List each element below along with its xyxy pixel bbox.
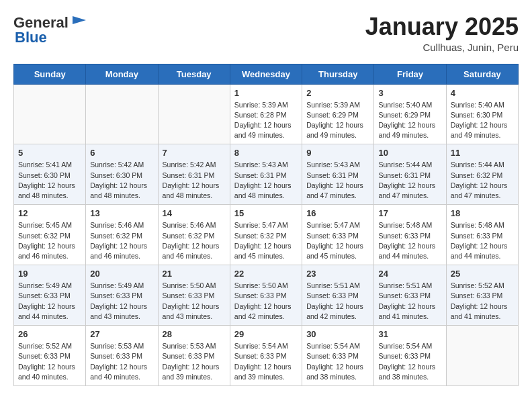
- day-number: 24: [378, 269, 441, 279]
- day-info: Sunrise: 5:40 AMSunset: 6:29 PMDaylight:…: [378, 100, 441, 141]
- day-info: Sunrise: 5:40 AMSunset: 6:30 PMDaylight:…: [451, 100, 514, 141]
- day-number: 16: [306, 208, 369, 218]
- calendar-empty-cell: [86, 84, 158, 144]
- calendar-empty-cell: [14, 84, 86, 144]
- day-number: 1: [234, 88, 298, 98]
- day-info: Sunrise: 5:53 AMSunset: 6:33 PMDaylight:…: [163, 341, 226, 382]
- day-number: 29: [234, 329, 298, 339]
- day-info: Sunrise: 5:53 AMSunset: 6:33 PMDaylight:…: [90, 341, 153, 382]
- calendar-day-cell: 2Sunrise: 5:39 AMSunset: 6:29 PMDaylight…: [302, 84, 374, 144]
- day-info: Sunrise: 5:54 AMSunset: 6:33 PMDaylight:…: [306, 341, 369, 382]
- calendar-day-cell: 8Sunrise: 5:43 AMSunset: 6:31 PMDaylight…: [230, 144, 302, 205]
- title-block: January 2025 Cullhuas, Junin, Peru: [365, 13, 519, 53]
- calendar-week-row: 12Sunrise: 5:45 AMSunset: 6:32 PMDayligh…: [14, 205, 519, 265]
- day-number: 13: [90, 208, 153, 218]
- calendar-day-cell: 3Sunrise: 5:40 AMSunset: 6:29 PMDaylight…: [374, 84, 446, 144]
- day-info: Sunrise: 5:46 AMSunset: 6:32 PMDaylight:…: [163, 220, 226, 261]
- svg-marker-0: [73, 16, 86, 24]
- calendar-day-cell: 16Sunrise: 5:47 AMSunset: 6:33 PMDayligh…: [302, 205, 374, 265]
- day-info: Sunrise: 5:51 AMSunset: 6:33 PMDaylight:…: [378, 281, 441, 322]
- calendar-day-cell: 11Sunrise: 5:44 AMSunset: 6:32 PMDayligh…: [446, 144, 518, 205]
- calendar-day-cell: 14Sunrise: 5:46 AMSunset: 6:32 PMDayligh…: [158, 205, 230, 265]
- calendar-day-cell: 20Sunrise: 5:49 AMSunset: 6:33 PMDayligh…: [86, 265, 158, 326]
- calendar-day-cell: 31Sunrise: 5:54 AMSunset: 6:33 PMDayligh…: [374, 326, 446, 386]
- day-number: 4: [451, 88, 514, 98]
- day-info: Sunrise: 5:49 AMSunset: 6:33 PMDaylight:…: [90, 281, 153, 322]
- day-number: 6: [90, 148, 153, 158]
- calendar-week-row: 5Sunrise: 5:41 AMSunset: 6:30 PMDaylight…: [14, 144, 519, 205]
- calendar-day-cell: 5Sunrise: 5:41 AMSunset: 6:30 PMDaylight…: [14, 144, 86, 205]
- calendar-empty-cell: [446, 326, 518, 386]
- day-number: 22: [234, 269, 298, 279]
- weekday-header-wednesday: Wednesday: [230, 64, 302, 84]
- calendar-day-cell: 29Sunrise: 5:54 AMSunset: 6:33 PMDayligh…: [230, 326, 302, 386]
- day-number: 25: [451, 269, 514, 279]
- logo-blue-text: Blue: [15, 29, 47, 46]
- day-info: Sunrise: 5:39 AMSunset: 6:29 PMDaylight:…: [306, 100, 369, 141]
- day-number: 21: [163, 269, 226, 279]
- day-info: Sunrise: 5:43 AMSunset: 6:31 PMDaylight:…: [234, 160, 298, 201]
- day-info: Sunrise: 5:49 AMSunset: 6:33 PMDaylight:…: [18, 281, 81, 322]
- day-number: 20: [90, 269, 153, 279]
- calendar-day-cell: 1Sunrise: 5:39 AMSunset: 6:28 PMDaylight…: [230, 84, 302, 144]
- page-header: General Blue January 2025 Cullhuas, Juni…: [13, 13, 519, 53]
- day-info: Sunrise: 5:52 AMSunset: 6:33 PMDaylight:…: [18, 341, 81, 382]
- day-info: Sunrise: 5:43 AMSunset: 6:31 PMDaylight:…: [306, 160, 369, 201]
- day-info: Sunrise: 5:54 AMSunset: 6:33 PMDaylight:…: [234, 341, 298, 382]
- calendar-day-cell: 18Sunrise: 5:48 AMSunset: 6:33 PMDayligh…: [446, 205, 518, 265]
- weekday-header-thursday: Thursday: [302, 64, 374, 84]
- day-info: Sunrise: 5:54 AMSunset: 6:33 PMDaylight:…: [378, 341, 441, 382]
- weekday-header-sunday: Sunday: [14, 64, 86, 84]
- day-number: 11: [451, 148, 514, 158]
- day-number: 7: [163, 148, 226, 158]
- weekday-header-row: SundayMondayTuesdayWednesdayThursdayFrid…: [14, 64, 519, 84]
- calendar-day-cell: 12Sunrise: 5:45 AMSunset: 6:32 PMDayligh…: [14, 205, 86, 265]
- calendar-day-cell: 28Sunrise: 5:53 AMSunset: 6:33 PMDayligh…: [158, 326, 230, 386]
- day-number: 3: [378, 88, 441, 98]
- logo: General Blue: [13, 13, 89, 46]
- day-info: Sunrise: 5:45 AMSunset: 6:32 PMDaylight:…: [18, 220, 81, 261]
- day-number: 9: [306, 148, 369, 158]
- calendar-day-cell: 15Sunrise: 5:47 AMSunset: 6:32 PMDayligh…: [230, 205, 302, 265]
- day-info: Sunrise: 5:42 AMSunset: 6:30 PMDaylight:…: [90, 160, 153, 201]
- day-info: Sunrise: 5:41 AMSunset: 6:30 PMDaylight:…: [18, 160, 81, 201]
- month-title: January 2025: [365, 13, 519, 40]
- day-number: 18: [451, 208, 514, 218]
- day-number: 10: [378, 148, 441, 158]
- weekday-header-friday: Friday: [374, 64, 446, 84]
- day-number: 30: [306, 329, 369, 339]
- day-number: 5: [18, 148, 81, 158]
- weekday-header-saturday: Saturday: [446, 64, 518, 84]
- day-info: Sunrise: 5:44 AMSunset: 6:32 PMDaylight:…: [451, 160, 514, 201]
- day-info: Sunrise: 5:50 AMSunset: 6:33 PMDaylight:…: [234, 281, 298, 322]
- logo-flag-icon: [70, 13, 89, 32]
- day-number: 2: [306, 88, 369, 98]
- day-info: Sunrise: 5:48 AMSunset: 6:33 PMDaylight:…: [378, 220, 441, 261]
- day-number: 15: [234, 208, 298, 218]
- calendar-day-cell: 19Sunrise: 5:49 AMSunset: 6:33 PMDayligh…: [14, 265, 86, 326]
- calendar-day-cell: 23Sunrise: 5:51 AMSunset: 6:33 PMDayligh…: [302, 265, 374, 326]
- day-info: Sunrise: 5:47 AMSunset: 6:33 PMDaylight:…: [306, 220, 369, 261]
- calendar-day-cell: 30Sunrise: 5:54 AMSunset: 6:33 PMDayligh…: [302, 326, 374, 386]
- calendar-day-cell: 10Sunrise: 5:44 AMSunset: 6:31 PMDayligh…: [374, 144, 446, 205]
- day-number: 17: [378, 208, 441, 218]
- calendar-week-row: 26Sunrise: 5:52 AMSunset: 6:33 PMDayligh…: [14, 326, 519, 386]
- day-info: Sunrise: 5:50 AMSunset: 6:33 PMDaylight:…: [163, 281, 226, 322]
- calendar-day-cell: 6Sunrise: 5:42 AMSunset: 6:30 PMDaylight…: [86, 144, 158, 205]
- day-number: 14: [163, 208, 226, 218]
- day-info: Sunrise: 5:39 AMSunset: 6:28 PMDaylight:…: [234, 100, 298, 141]
- calendar-day-cell: 9Sunrise: 5:43 AMSunset: 6:31 PMDaylight…: [302, 144, 374, 205]
- calendar-day-cell: 26Sunrise: 5:52 AMSunset: 6:33 PMDayligh…: [14, 326, 86, 386]
- calendar-week-row: 19Sunrise: 5:49 AMSunset: 6:33 PMDayligh…: [14, 265, 519, 326]
- day-number: 23: [306, 269, 369, 279]
- day-info: Sunrise: 5:51 AMSunset: 6:33 PMDaylight:…: [306, 281, 369, 322]
- calendar-day-cell: 13Sunrise: 5:46 AMSunset: 6:32 PMDayligh…: [86, 205, 158, 265]
- day-info: Sunrise: 5:52 AMSunset: 6:33 PMDaylight:…: [451, 281, 514, 322]
- calendar-day-cell: 17Sunrise: 5:48 AMSunset: 6:33 PMDayligh…: [374, 205, 446, 265]
- day-info: Sunrise: 5:42 AMSunset: 6:31 PMDaylight:…: [163, 160, 226, 201]
- calendar-table: SundayMondayTuesdayWednesdayThursdayFrid…: [13, 64, 519, 386]
- day-number: 12: [18, 208, 81, 218]
- weekday-header-monday: Monday: [86, 64, 158, 84]
- calendar-day-cell: 4Sunrise: 5:40 AMSunset: 6:30 PMDaylight…: [446, 84, 518, 144]
- day-info: Sunrise: 5:46 AMSunset: 6:32 PMDaylight:…: [90, 220, 153, 261]
